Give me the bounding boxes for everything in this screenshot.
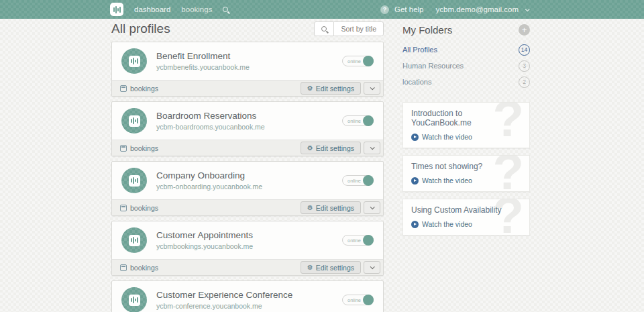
ycbm-logo-icon [129,235,140,246]
online-toggle[interactable]: online [342,175,374,186]
online-toggle-label: online [343,58,361,64]
folder-item[interactable]: Human Resources 3 [402,58,530,74]
bookings-link[interactable]: bookings [120,264,158,272]
watch-video-link[interactable]: Watch the video [411,220,472,228]
profile-card: Boardroom Reservations ycbm-boardrooms.y… [111,101,384,156]
more-actions-button[interactable] [364,82,380,95]
top-nav: dashboard bookings ? Get help ycbm.demo@… [0,0,644,19]
profiles-section: All profiles Sort by title Benefit Enrol… [111,21,384,312]
edit-settings-button[interactable]: ⚙ Edit settings [301,82,361,95]
profile-card-footer: bookings ⚙ Edit settings [112,199,383,215]
footer-actions: ⚙ Edit settings [301,82,380,95]
profile-avatar[interactable] [121,227,147,253]
video-title: Introduction to YouCanBook.me [411,109,521,127]
calendar-icon [120,205,127,211]
watch-video-label: Watch the video [422,176,472,185]
question-mark-watermark-icon: ? [493,155,524,192]
profile-avatar[interactable] [121,168,147,193]
chevron-down-icon [370,205,375,209]
profile-card: Customer Appointments ycbmbookings.youca… [111,221,384,276]
online-toggle-label: online [343,238,361,244]
search-icon[interactable] [223,7,228,12]
search-profiles-button[interactable] [314,21,334,36]
chevron-down-icon [370,145,375,150]
profile-url: ycbm-onboarding.youcanbook.me [156,183,262,191]
nav-left: dashboard bookings [110,3,228,16]
folder-label[interactable]: locations [402,78,431,86]
nav-item-dashboard[interactable]: dashboard [134,5,170,13]
toggle-knob-icon [363,115,374,126]
folder-count-badge: 3 [519,60,530,72]
help-video-card: ? Times not showing? Watch the video [402,155,530,192]
bookings-link[interactable]: bookings [120,204,158,212]
footer-actions: ⚙ Edit settings [301,201,380,214]
profile-avatar[interactable] [121,287,147,312]
folder-count-badge: 14 [519,44,530,56]
edit-settings-button[interactable]: ⚙ Edit settings [301,142,361,154]
edit-settings-label: Edit settings [316,264,354,272]
account-menu[interactable]: ycbm.demo@gmail.com [435,5,519,13]
watch-video-link[interactable]: Watch the video [411,176,472,185]
profile-avatar[interactable] [121,108,147,134]
profile-card-main: Benefit Enrollment ycbmbenefits.youcanbo… [112,42,383,80]
calendar-icon [120,85,127,92]
profile-card-footer: bookings ⚙ Edit settings [112,140,383,156]
watch-video-link[interactable]: Watch the video [411,133,472,141]
folder-list: All Profiles 14 Human Resources 3 locati… [402,42,530,90]
profile-card-text: Customer Appointments ycbmbookings.youca… [156,230,253,250]
folder-item[interactable]: locations 2 [402,74,530,90]
online-toggle-label: online [343,118,361,124]
watch-video-label: Watch the video [422,133,472,141]
help-icon: ? [380,5,389,14]
online-toggle[interactable]: online [342,56,374,66]
online-toggle[interactable]: online [342,295,374,305]
profile-url: ycbm-conference.youcanbook.me [156,302,292,310]
folder-count-badge: 2 [519,76,530,88]
sort-by-title-button[interactable]: Sort by title [333,21,384,36]
online-toggle[interactable]: online [342,235,374,246]
help-video-list: ? Introduction to YouCanBook.me Watch th… [402,102,530,236]
more-actions-button[interactable] [364,261,380,274]
profile-card-main: Boardroom Reservations ycbm-boardrooms.y… [112,102,383,140]
profile-title: Boardroom Reservations [156,111,265,121]
edit-settings-button[interactable]: ⚙ Edit settings [301,261,361,274]
ycbm-logo-icon [129,56,140,67]
profile-card-text: Benefit Enrollment ycbmbenefits.youcanbo… [156,51,250,71]
folder-label[interactable]: Human Resources [402,62,464,70]
chevron-down-icon[interactable] [525,7,530,11]
nav-item-bookings[interactable]: bookings [181,5,212,13]
folder-item[interactable]: All Profiles 14 [402,42,530,58]
ycbm-logo-icon [129,115,140,127]
add-folder-button[interactable]: + [519,24,530,36]
more-actions-button[interactable] [364,201,380,214]
search-icon [321,26,327,32]
ycbm-logo-icon[interactable] [110,3,123,16]
play-icon [411,177,419,185]
edit-settings-button[interactable]: ⚙ Edit settings [301,201,361,214]
bookings-link[interactable]: bookings [120,144,158,152]
edit-settings-label: Edit settings [316,85,354,93]
nav-right: ? Get help ycbm.demo@gmail.com [380,5,529,14]
bookings-link[interactable]: bookings [120,85,158,93]
question-mark-watermark-icon: ? [493,199,524,236]
profile-avatar[interactable] [121,48,147,74]
video-title: Times not showing? [411,162,521,171]
profile-title: Company Onboarding [156,170,262,180]
profile-card-text: Customer Experience Conference ycbm-conf… [156,290,292,310]
list-controls: Sort by title [314,21,384,36]
page-title: All profiles [111,21,170,36]
chevron-down-icon [370,85,375,90]
calendar-icon [120,145,127,152]
get-help-link[interactable]: Get help [394,5,423,13]
help-video-card: ? Introduction to YouCanBook.me Watch th… [402,102,530,148]
profiles-header: All profiles Sort by title [111,21,384,36]
gear-icon: ⚙ [307,145,313,152]
gear-icon: ⚙ [307,264,313,271]
bookings-link-label: bookings [130,144,158,152]
online-toggle[interactable]: online [342,115,374,126]
profile-url: ycbmbookings.youcanbook.me [156,242,253,250]
profile-card-main: Customer Experience Conference ycbm-conf… [112,281,383,312]
profile-title: Customer Experience Conference [156,290,292,300]
folder-label[interactable]: All Profiles [402,46,437,54]
more-actions-button[interactable] [364,142,380,154]
